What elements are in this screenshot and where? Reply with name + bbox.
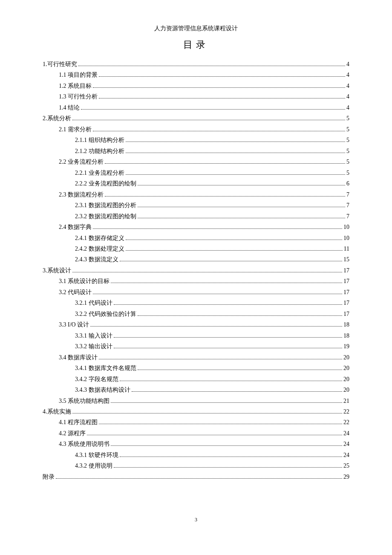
toc-entry: 2.1.1 组织结构分析 5	[43, 135, 349, 145]
toc-leader-dots	[138, 202, 346, 207]
toc-entry-page: 11	[344, 243, 349, 254]
page-number: 3	[0, 517, 392, 523]
toc-entry-label: 4.3 系统使用说明书	[59, 439, 110, 449]
toc-entry-page: 17	[343, 265, 349, 276]
toc-leader-dots	[87, 430, 342, 435]
toc-entry-label: 2.3 数据流程分析	[59, 189, 104, 200]
toc-entry-page: 17	[343, 287, 349, 298]
toc-entry: 2.2.2 业务流程图的绘制 6	[43, 178, 349, 189]
toc-entry-page: 22	[343, 417, 349, 428]
toc-entry-label: 2.3.2 数据流程图的绘制	[75, 211, 136, 222]
toc-entry-label: 2.4.2 数据处理定义	[75, 243, 124, 254]
toc-entry: 3.4 数据库设计 20	[43, 352, 349, 363]
toc-leader-dots	[105, 159, 345, 164]
toc-entry-label: 4.1 程序流程图	[59, 417, 98, 428]
toc-entry-label: 2.4.3 数据流定义	[75, 254, 118, 265]
toc-entry-page: 4	[346, 59, 349, 69]
toc-entry-page: 7	[346, 200, 349, 211]
toc-entry: 2.3 数据流程分析 7	[43, 189, 349, 200]
document-header-title: 人力资源管理信息系统课程设计	[43, 25, 349, 32]
toc-entry-page: 21	[343, 396, 349, 406]
toc-leader-dots	[114, 332, 343, 338]
toc-entry-page: 18	[343, 330, 349, 341]
toc-entry: 附录 29	[43, 471, 349, 482]
toc-entry: 2.1.2 功能结构分析 5	[43, 146, 349, 156]
toc-entry: 2.4.2 数据处理定义 11	[43, 243, 349, 254]
toc-entry-page: 18	[343, 319, 349, 330]
toc-leader-dots	[111, 441, 342, 446]
toc-entry-page: 10	[343, 222, 349, 232]
toc-entry-label: 1.可行性研究	[43, 59, 77, 69]
toc-entry: 3.系统设计 17	[43, 265, 349, 276]
toc-entry: 1.2 系统目标 4	[43, 81, 349, 91]
toc-entry-page: 6	[346, 178, 349, 189]
toc-entry-page: 5	[346, 168, 349, 178]
toc-entry-label: 3.1 系统设计的目标	[59, 276, 110, 286]
toc-leader-dots	[99, 354, 342, 359]
toc-entry: 2.3.1 数据流程图的分析 7	[43, 200, 349, 211]
toc-leader-dots	[138, 311, 343, 316]
toc-leader-dots	[93, 83, 345, 88]
toc-leader-dots	[126, 235, 343, 240]
toc-entry-page: 20	[343, 352, 349, 363]
toc-entry: 2.4.3 数据流定义 15	[43, 254, 349, 265]
toc-entry-page: 29	[343, 471, 349, 482]
toc-entry-page: 17	[343, 276, 349, 286]
toc-entry-label: 1.3 可行性分析	[59, 91, 98, 102]
toc-entry-label: 2.1.1 组织结构分析	[75, 135, 124, 145]
toc-entry: 4.1 程序流程图 22	[43, 417, 349, 428]
toc-entry-label: 4.3.2 使用说明	[75, 460, 112, 471]
toc-entry: 4.系统实施 22	[43, 406, 349, 417]
toc-leader-dots	[120, 376, 343, 381]
toc-entry: 3.1 系统设计的目标 17	[43, 276, 349, 286]
toc-leader-dots	[126, 170, 346, 175]
toc-entry: 3.2 代码设计 17	[43, 287, 349, 298]
toc-entry-page: 22	[343, 406, 349, 417]
toc-entry-label: 2.2.2 业务流程图的绘制	[75, 178, 136, 189]
toc-entry-label: 2.系统分析	[43, 113, 71, 124]
toc-entry-page: 25	[343, 460, 349, 471]
toc-entry-label: 2.4.1 数据存储定义	[75, 233, 124, 243]
toc-entry: 3.2.1 代码设计 17	[43, 298, 349, 308]
toc-leader-dots	[120, 452, 343, 457]
toc-leader-dots	[93, 289, 342, 294]
toc-leader-dots	[114, 343, 343, 348]
toc-entry-label: 2.3.1 数据流程图的分析	[75, 200, 136, 211]
toc-title: 目录	[43, 38, 349, 51]
toc-entry-label: 4.系统实施	[43, 406, 71, 417]
toc-leader-dots	[72, 267, 343, 272]
toc-entry-label: 3.4.1 数据库文件名规范	[75, 363, 136, 373]
toc-leader-dots	[111, 398, 342, 403]
toc-entry-label: 附录	[43, 471, 55, 482]
toc-entry: 2.2 业务流程分析 5	[43, 156, 349, 167]
toc-entry-label: 3.4.2 字段名规范	[75, 374, 118, 384]
toc-leader-dots	[99, 72, 345, 77]
toc-entry: 1.可行性研究 4	[43, 59, 349, 69]
toc-leader-dots	[138, 365, 343, 370]
toc-entry-page: 5	[346, 113, 349, 124]
toc-entry-page: 5	[346, 156, 349, 167]
toc-entry-page: 20	[343, 384, 349, 395]
toc-leader-dots	[132, 387, 343, 392]
toc-entry-label: 2.4 数据字典	[59, 222, 92, 232]
toc-entry-page: 15	[343, 254, 349, 265]
toc-leader-dots	[93, 224, 342, 229]
toc-leader-dots	[99, 94, 345, 99]
toc-entry-page: 24	[343, 450, 349, 460]
toc-entry-page: 19	[343, 341, 349, 352]
toc-entry-label: 2.1.2 功能结构分析	[75, 146, 124, 156]
toc-entry: 3.4.2 字段名规范 20	[43, 374, 349, 384]
toc-entry: 4.3 系统使用说明书 24	[43, 439, 349, 449]
toc-leader-dots	[105, 191, 345, 197]
toc-entry-page: 5	[346, 124, 349, 135]
toc-leader-dots	[72, 408, 343, 413]
toc-entry-page: 5	[346, 146, 349, 156]
toc-leader-dots	[120, 257, 343, 262]
toc-leader-dots	[93, 126, 345, 131]
toc-entry-label: 3.5 系统功能结构图	[59, 396, 110, 406]
toc-entry: 2.1 需求分析 5	[43, 124, 349, 135]
toc-entry-page: 4	[346, 91, 349, 102]
toc-entry-page: 17	[343, 309, 349, 319]
toc-entry-label: 3.3.1 输入设计	[75, 330, 112, 341]
toc-entry: 3.4.3 数据表结构设计 20	[43, 384, 349, 395]
